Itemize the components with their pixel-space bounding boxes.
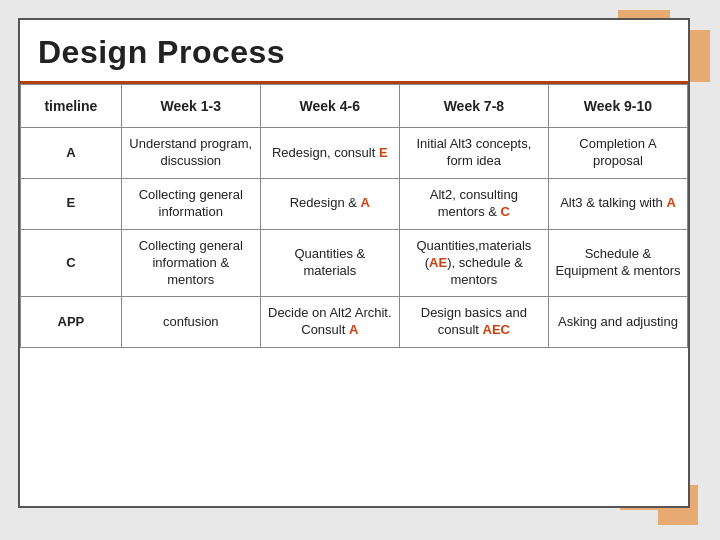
table-row: AUnderstand program, discussionRedesign,… <box>21 128 688 179</box>
cell-r1-c2: Alt2, consulting mentors & C <box>399 178 548 229</box>
main-card: Design Process timeline Week 1-3 Week 4-… <box>18 18 690 508</box>
row-label-app: APP <box>21 297 122 348</box>
header-week1: Week 1-3 <box>121 85 260 128</box>
cell-r1-c3: Alt3 & talking with A <box>548 178 687 229</box>
cell-r1-c0: Collecting general information <box>121 178 260 229</box>
table-header-row: timeline Week 1-3 Week 4-6 Week 7-8 Week… <box>21 85 688 128</box>
table-row: CCollecting general information & mentor… <box>21 229 688 297</box>
row-label-e: E <box>21 178 122 229</box>
cell-r2-c1: Quantities & materials <box>260 229 399 297</box>
page-title: Design Process <box>38 34 285 70</box>
header-week2: Week 4-6 <box>260 85 399 128</box>
row-label-c: C <box>21 229 122 297</box>
page-wrapper: Design Process timeline Week 1-3 Week 4-… <box>0 0 720 540</box>
cell-r0-c1: Redesign, consult E <box>260 128 399 179</box>
row-label-a: A <box>21 128 122 179</box>
timeline-table: timeline Week 1-3 Week 4-6 Week 7-8 Week… <box>20 84 688 348</box>
header-week4: Week 9-10 <box>548 85 687 128</box>
cell-r0-c0: Understand program, discussion <box>121 128 260 179</box>
cell-r3-c3: Asking and adjusting <box>548 297 687 348</box>
cell-r1-c1: Redesign & A <box>260 178 399 229</box>
header-timeline: timeline <box>21 85 122 128</box>
cell-r0-c2: Initial Alt3 concepts, form idea <box>399 128 548 179</box>
cell-r0-c3: Completion A proposal <box>548 128 687 179</box>
table-row: ECollecting general informationRedesign … <box>21 178 688 229</box>
cell-r2-c2: Quantities,materials (AE), schedule & me… <box>399 229 548 297</box>
cell-r2-c0: Collecting general information & mentors <box>121 229 260 297</box>
cell-r2-c3: Schedule & Equipment & mentors <box>548 229 687 297</box>
table-row: APPconfusionDecide on Alt2 Archit. Consu… <box>21 297 688 348</box>
cell-r3-c0: confusion <box>121 297 260 348</box>
title-bar: Design Process <box>20 20 688 84</box>
cell-r3-c2: Design basics and consult AEC <box>399 297 548 348</box>
header-week3: Week 7-8 <box>399 85 548 128</box>
cell-r3-c1: Decide on Alt2 Archit. Consult A <box>260 297 399 348</box>
